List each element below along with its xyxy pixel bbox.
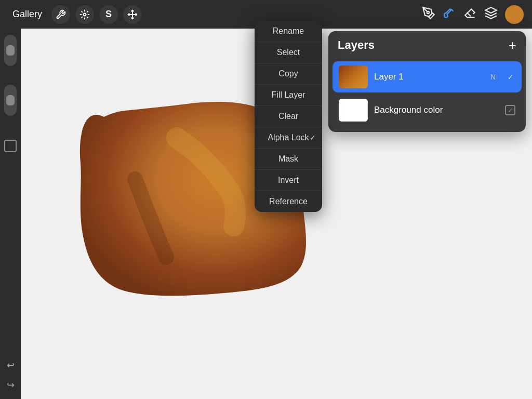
svg-marker-4	[485, 7, 497, 13]
add-layer-button[interactable]: +	[509, 38, 516, 52]
menu-item-invert[interactable]: Invert	[255, 170, 322, 191]
layers-title: Layers	[338, 38, 375, 52]
brush-size-slider[interactable]	[4, 35, 17, 66]
background-thumbnail	[339, 99, 368, 122]
smudge-button[interactable]: S	[99, 5, 118, 24]
menu-item-fill-layer[interactable]: Fill Layer	[255, 85, 322, 105]
layers-header: Layers +	[328, 31, 526, 59]
layer-1-checkbox[interactable]	[505, 72, 515, 82]
layers-panel: Layers + Layer 1 N Background color ✓	[328, 31, 526, 132]
menu-item-alpha-lock[interactable]: Alpha Lock	[255, 127, 322, 148]
layer-1-thumbnail	[339, 65, 368, 88]
background-layer-name: Background color	[374, 105, 499, 115]
top-bar-left: Gallery S	[8, 5, 142, 24]
eraser-icon[interactable]	[463, 6, 477, 23]
avatar[interactable]	[505, 5, 524, 24]
background-checkbox[interactable]: ✓	[505, 105, 515, 115]
menu-item-select[interactable]: Select	[255, 42, 322, 63]
menu-item-mask[interactable]: Mask	[255, 149, 322, 169]
menu-item-rename[interactable]: Rename	[255, 21, 322, 42]
left-sidebar: ↩ ↪	[0, 29, 21, 399]
menu-item-clear[interactable]: Clear	[255, 106, 322, 127]
svg-point-3	[427, 11, 429, 13]
transform-button[interactable]	[123, 5, 142, 24]
top-bar-right	[422, 5, 524, 24]
context-menu: Rename Select Copy Fill Layer Clear Alph…	[255, 21, 322, 212]
menu-item-copy[interactable]: Copy	[255, 63, 322, 84]
layers-icon[interactable]	[484, 6, 498, 23]
gallery-button[interactable]: Gallery	[8, 7, 46, 22]
redo-button[interactable]: ↪	[5, 377, 17, 393]
layer-1-mode[interactable]: N	[490, 73, 496, 81]
opacity-slider[interactable]	[4, 85, 17, 116]
background-thumb-white	[339, 99, 368, 122]
layer-row-background[interactable]: Background color ✓	[332, 95, 522, 126]
brush-icon[interactable]	[443, 6, 456, 23]
layer-row-1[interactable]: Layer 1 N	[332, 61, 522, 92]
panel-bottom-padding	[328, 128, 526, 132]
color-square[interactable]	[4, 140, 17, 152]
adjust-button[interactable]	[75, 5, 94, 24]
svg-point-0	[84, 13, 86, 16]
menu-item-reference[interactable]: Reference	[255, 191, 322, 212]
wrench-button[interactable]	[51, 5, 70, 24]
layer-1-name: Layer 1	[374, 72, 484, 82]
layer-1-thumb-brown	[339, 65, 368, 88]
undo-button[interactable]: ↩	[5, 357, 17, 373]
pen-icon[interactable]	[422, 6, 435, 23]
